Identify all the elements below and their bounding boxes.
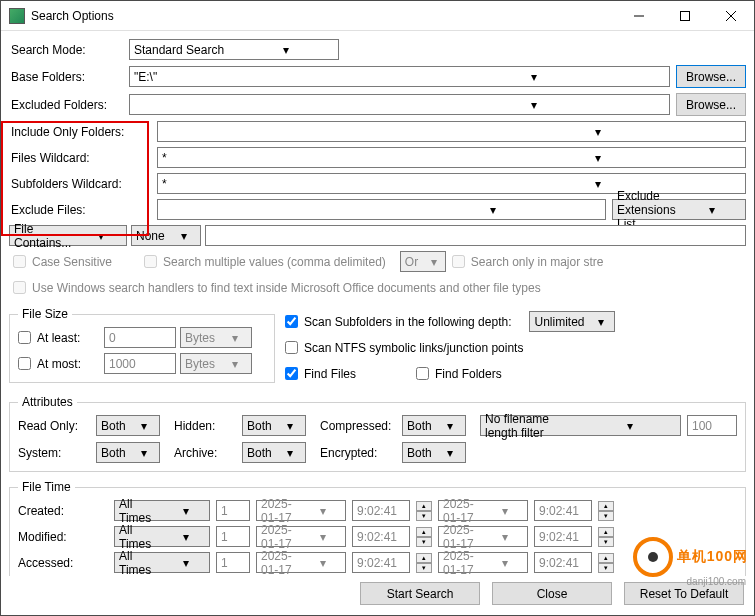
svg-rect-1	[681, 11, 690, 20]
created-date1[interactable]: 2025-01-17▾	[256, 500, 346, 521]
at-most-input[interactable]	[104, 353, 176, 374]
at-least-input[interactable]	[104, 327, 176, 348]
find-files-label: Find Files	[304, 367, 356, 381]
maximize-button[interactable]	[662, 1, 708, 31]
at-least-checkbox[interactable]	[18, 331, 31, 344]
created-date2[interactable]: 2025-01-17▾	[438, 500, 528, 521]
files-wildcard-label: Files Wildcard:	[9, 151, 157, 165]
encrypted-select[interactable]: Both▾	[402, 442, 466, 463]
modified-mode[interactable]: All Times▾	[114, 526, 210, 547]
watermark-url: danji100.com	[687, 576, 746, 587]
accessed-time2[interactable]	[534, 552, 592, 573]
scan-ntfs-checkbox[interactable]	[285, 341, 298, 354]
read-only-label: Read Only:	[18, 419, 90, 433]
filename-length-input[interactable]	[687, 415, 737, 436]
spin-down[interactable]: ▾	[416, 563, 432, 573]
encoding-select[interactable]: None▾	[131, 225, 201, 246]
minimize-button[interactable]	[616, 1, 662, 31]
spin-up[interactable]: ▴	[598, 553, 614, 563]
modified-date1[interactable]: 2025-01-17▾	[256, 526, 346, 547]
created-label: Created:	[18, 504, 108, 518]
search-mode-label: Search Mode:	[9, 43, 129, 57]
accessed-date1[interactable]: 2025-01-17▾	[256, 552, 346, 573]
accessed-count[interactable]	[216, 552, 250, 573]
spin-down[interactable]: ▾	[598, 537, 614, 547]
spin-up[interactable]: ▴	[598, 501, 614, 511]
use-windows-checkbox[interactable]	[13, 281, 26, 294]
browse-base-button[interactable]: Browse...	[676, 65, 746, 88]
spin-up[interactable]: ▴	[416, 553, 432, 563]
window-title: Search Options	[31, 9, 616, 23]
or-select[interactable]: Or▾	[400, 251, 446, 272]
files-wildcard-input[interactable]: *▾	[157, 147, 746, 168]
modified-count[interactable]	[216, 526, 250, 547]
titlebar: Search Options	[1, 1, 754, 31]
archive-select[interactable]: Both▾	[242, 442, 306, 463]
created-time1[interactable]	[352, 500, 410, 521]
base-folders-label: Base Folders:	[9, 70, 129, 84]
system-select[interactable]: Both▾	[96, 442, 160, 463]
compressed-label: Compressed:	[320, 419, 396, 433]
search-major-checkbox[interactable]	[452, 255, 465, 268]
spin-down[interactable]: ▾	[598, 511, 614, 521]
at-most-unit[interactable]: Bytes▾	[180, 353, 252, 374]
modified-date2[interactable]: 2025-01-17▾	[438, 526, 528, 547]
window: Search Options Search Mode: Standard Sea…	[0, 0, 755, 616]
include-only-label: Include Only Folders:	[9, 125, 157, 139]
read-only-select[interactable]: Both▾	[96, 415, 160, 436]
hidden-select[interactable]: Both▾	[242, 415, 306, 436]
accessed-date2[interactable]: 2025-01-17▾	[438, 552, 528, 573]
hidden-label: Hidden:	[174, 419, 236, 433]
exclude-files-label: Exclude Files:	[9, 203, 157, 217]
file-time-legend: File Time	[18, 480, 75, 494]
modified-time1[interactable]	[352, 526, 410, 547]
system-label: System:	[18, 446, 90, 460]
excluded-folders-label: Excluded Folders:	[9, 98, 129, 112]
close-button[interactable]	[708, 1, 754, 31]
scan-ntfs-label: Scan NTFS symbolic links/junction points	[304, 341, 523, 355]
find-files-checkbox[interactable]	[285, 367, 298, 380]
excluded-folders-input[interactable]: ▾	[129, 94, 670, 115]
at-most-checkbox[interactable]	[18, 357, 31, 370]
browse-excluded-button[interactable]: Browse...	[676, 93, 746, 116]
at-most-label: At most:	[37, 357, 81, 371]
start-search-button[interactable]: Start Search	[360, 582, 480, 605]
accessed-mode[interactable]: All Times▾	[114, 552, 210, 573]
case-sensitive-checkbox[interactable]	[13, 255, 26, 268]
include-only-input[interactable]: ▾	[157, 121, 746, 142]
accessed-label: Accessed:	[18, 556, 108, 570]
base-folders-input[interactable]: "E:\"▾	[129, 66, 670, 87]
depth-select[interactable]: Unlimited▾	[529, 311, 615, 332]
search-multi-checkbox[interactable]	[144, 255, 157, 268]
encrypted-label: Encrypted:	[320, 446, 396, 460]
spin-down[interactable]: ▾	[598, 563, 614, 573]
at-least-label: At least:	[37, 331, 80, 345]
find-folders-label: Find Folders	[435, 367, 502, 381]
find-folders-checkbox[interactable]	[416, 367, 429, 380]
close-dialog-button[interactable]: Close	[492, 582, 612, 605]
spin-up[interactable]: ▴	[598, 527, 614, 537]
compressed-select[interactable]: Both▾	[402, 415, 466, 436]
app-icon	[9, 8, 25, 24]
spin-down[interactable]: ▾	[416, 511, 432, 521]
use-windows-label: Use Windows search handlers to find text…	[32, 281, 541, 295]
file-contains-select[interactable]: File Contains...▾	[9, 225, 127, 246]
accessed-time1[interactable]	[352, 552, 410, 573]
search-mode-select[interactable]: Standard Search▾	[129, 39, 339, 60]
filename-length-filter[interactable]: No filename length filter▾	[480, 415, 681, 436]
spin-down[interactable]: ▾	[416, 537, 432, 547]
file-contains-input[interactable]	[205, 225, 746, 246]
at-least-unit[interactable]: Bytes▾	[180, 327, 252, 348]
created-mode[interactable]: All Times▾	[114, 500, 210, 521]
case-sensitive-label: Case Sensitive	[32, 255, 112, 269]
created-time2[interactable]	[534, 500, 592, 521]
modified-time2[interactable]	[534, 526, 592, 547]
exclude-ext-list-select[interactable]: Exclude Extensions List▾	[612, 199, 746, 220]
scan-subfolders-checkbox[interactable]	[285, 315, 298, 328]
spin-up[interactable]: ▴	[416, 501, 432, 511]
exclude-files-input[interactable]: ▾	[157, 199, 606, 220]
scan-subfolders-label: Scan Subfolders in the following depth:	[304, 315, 511, 329]
created-count[interactable]	[216, 500, 250, 521]
spin-up[interactable]: ▴	[416, 527, 432, 537]
search-major-label: Search only in major stre	[471, 255, 604, 269]
